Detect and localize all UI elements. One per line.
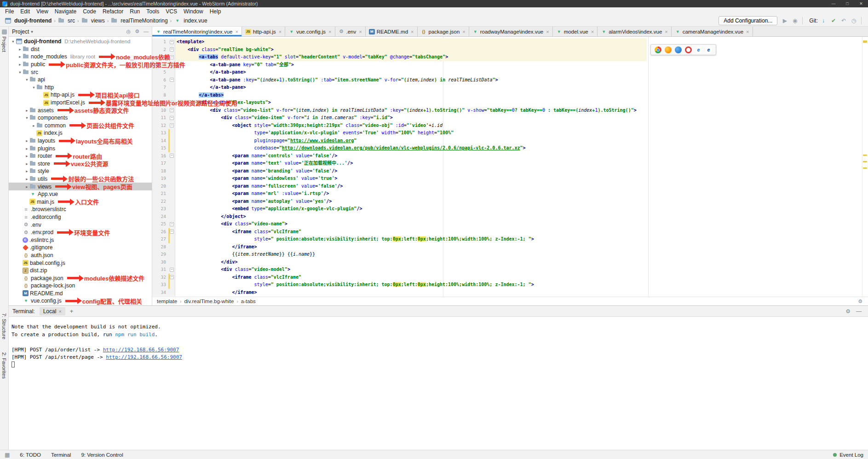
chevron-down-icon[interactable]: ▾ (17, 70, 23, 75)
terminal-tab-local[interactable]: Local × (40, 307, 65, 316)
tree-item-main-js[interactable]: JSmain.js入口文件 (9, 198, 152, 206)
breadcrumb-realtimemonitoring[interactable]: realTimeMonitoring (111, 17, 167, 24)
tree-item-utils[interactable]: ▸utils封装的一些公共函数方法 (9, 175, 152, 183)
editor-scrollbar[interactable] (862, 37, 868, 297)
tree-item-dist[interactable]: ▸dist (9, 46, 152, 53)
editor-tab-env[interactable]: ⚙.env× (335, 27, 366, 36)
chevron-right-icon[interactable]: ▸ (24, 161, 29, 166)
tree-item-common[interactable]: ▸common页面公共组件文件 (9, 122, 152, 130)
tree-item-gitignore[interactable]: .gitignore (9, 244, 152, 252)
tree-item-api[interactable]: ▾api (9, 76, 152, 84)
edge-browser-icon[interactable]: e (705, 46, 712, 53)
chevron-right-icon[interactable]: ▸ (17, 54, 23, 59)
chevron-down-icon[interactable]: ▾ (31, 85, 36, 90)
breadcrumb-src[interactable]: src (58, 17, 75, 24)
tree-item-components[interactable]: ▾components (9, 114, 152, 122)
close-icon[interactable]: × (591, 29, 594, 34)
chevron-down-icon[interactable]: ▾ (24, 77, 29, 82)
safari-browser-icon[interactable] (675, 46, 682, 53)
status-bar-terminal[interactable]: Terminal (51, 452, 71, 458)
menu-item-refactor[interactable]: Refactor (99, 8, 126, 15)
hide-panel-icon[interactable]: — (144, 29, 149, 34)
editor-tab-alarmvideos-index-vue[interactable]: ▼alarmVideos\index.vue× (598, 27, 672, 36)
chrome-browser-icon[interactable] (655, 46, 661, 53)
editor-tab-http-api-js[interactable]: JShttp-api.js× (242, 27, 285, 36)
chevron-right-icon[interactable]: ▸ (24, 154, 29, 158)
tree-item-editorconfig[interactable]: ≡.editorconfig (9, 213, 152, 221)
editor-breadcrumb-a-tabs[interactable]: a-tabs (241, 298, 256, 304)
locate-file-icon[interactable]: ◎ (126, 29, 131, 34)
close-icon[interactable]: × (665, 29, 667, 34)
editor-tab-vue-config-js[interactable]: ▼vue.config.js× (285, 27, 335, 36)
tree-item-env[interactable]: ⚙.env (9, 221, 152, 229)
tree-item-assets[interactable]: ▸assetsassets静态资源文件 (9, 106, 152, 114)
menu-item-code[interactable]: Code (80, 8, 99, 15)
tree-item-vue-config-js[interactable]: ▼vue.config.jsconfig配置、代理相关 (9, 297, 152, 305)
code-editor[interactable]: 1−<template>2− <div class="realTime bg-w… (152, 37, 868, 297)
fold-icon[interactable]: − (170, 230, 174, 234)
tree-item-views[interactable]: ▸viewsview视图、pages页面 (9, 183, 152, 190)
tree-item-http[interactable]: ▾http (9, 84, 152, 92)
terminal-settings-icon[interactable]: ⚙ (845, 308, 851, 315)
fold-icon[interactable]: − (170, 222, 174, 226)
status-bar-6-todo[interactable]: 6: TODO (20, 452, 41, 458)
tree-item-package-lock-json[interactable]: {}package-lock.json (9, 282, 152, 290)
tree-item-src[interactable]: ▾src (9, 68, 152, 76)
fold-icon[interactable]: − (170, 63, 174, 67)
tree-item-auth-json[interactable]: {}auth.json (9, 252, 152, 259)
tree-item-babel-config-js[interactable]: JSbabel.config.js (9, 259, 152, 267)
tree-item-plugins[interactable]: ▸plugins (9, 144, 152, 152)
stripe-button-7-structure[interactable]: 7: Structure (1, 313, 7, 339)
chevron-right-icon[interactable]: ▸ (24, 169, 29, 173)
tree-item-index-js[interactable]: JSindex.js (9, 129, 152, 137)
editor-tab-cameramanage-index-vue[interactable]: ▼cameraManage\index.vue× (672, 27, 753, 36)
fold-icon[interactable]: − (170, 116, 174, 120)
editor-breadcrumb-template[interactable]: template (157, 298, 177, 304)
editor-tab-package-json[interactable]: {}package.json× (418, 27, 469, 36)
hide-terminal-icon[interactable]: — (856, 308, 862, 315)
editor-tab-readme-md[interactable]: MREADME.md× (366, 27, 418, 36)
debug-icon[interactable]: ◉ (790, 17, 799, 24)
history-icon[interactable]: ◷ (849, 17, 858, 24)
tree-item-env-prod[interactable]: ⚙.env.prod环境变量文件 (9, 229, 152, 236)
fold-icon[interactable]: − (170, 123, 174, 127)
tree-item-style[interactable]: ▸style (9, 167, 152, 175)
tree-item-package-json[interactable]: {}package.jsonmodules依赖描述文件 (9, 274, 152, 282)
tree-item-importexcel-js[interactable]: JSimportExcel.js暴露环境变量地址给图片or视频资源路径全局使用 (9, 99, 152, 107)
close-button[interactable]: ✕ (854, 0, 868, 7)
chevron-down-icon[interactable]: ▾ (11, 39, 16, 44)
ie-browser-icon[interactable]: e (695, 46, 702, 53)
editor-breadcrumb-div-realtime-bg-white[interactable]: div.realTime.bg-white (184, 298, 234, 304)
tree-item-readme-md[interactable]: MREADME.md (9, 290, 152, 298)
chevron-right-icon[interactable]: ▸ (31, 123, 36, 128)
menu-item-run[interactable]: Run (126, 8, 143, 15)
editor-tab-model-vue[interactable]: ▼model.vue× (553, 27, 598, 36)
tree-item-dist-zip[interactable]: Zdist.zip (9, 267, 152, 275)
tree-item-eslintrc-js[interactable]: E.eslintrc.js (9, 236, 152, 244)
breadcrumb-duoji-frontend[interactable]: duoji-frontend (5, 17, 52, 24)
stripe-project-button[interactable]: Project (1, 29, 7, 52)
tree-item-layouts[interactable]: ▸layoutslayouts全局布局相关 (9, 137, 152, 145)
tree-item-store[interactable]: ▸storevuex公共资源 (9, 160, 152, 168)
close-icon[interactable]: × (279, 29, 282, 34)
tree-item-node-modules[interactable]: ▸node_moduleslibrary rootnode_modules依赖 (9, 53, 152, 61)
update-project-icon[interactable]: ↓ (819, 17, 828, 24)
fold-icon[interactable]: − (170, 108, 174, 112)
stripe-button-2-favorites[interactable]: 2: Favorites (1, 352, 7, 379)
close-icon[interactable]: × (58, 309, 61, 314)
chevron-right-icon[interactable]: ▸ (24, 108, 29, 113)
run-icon[interactable]: ▶ (780, 17, 789, 24)
maximize-button[interactable]: □ (840, 0, 854, 7)
chevron-right-icon[interactable]: ▸ (17, 47, 23, 52)
chevron-down-icon[interactable]: ▾ (24, 115, 29, 120)
menu-item-window[interactable]: Window (180, 8, 207, 15)
close-icon[interactable]: × (462, 29, 465, 34)
menu-item-help[interactable]: Help (207, 8, 224, 15)
editor-tab-roadwaymanage-index-vue[interactable]: ▼roadwayManage\index.vue× (469, 27, 553, 36)
menu-item-file[interactable]: File (2, 8, 17, 15)
tree-item-app-vue[interactable]: ▼App.vue (9, 190, 152, 198)
breadcrumb-settings-icon[interactable]: ⚙ (858, 298, 862, 304)
fold-icon[interactable]: − (170, 268, 174, 272)
settings-icon[interactable]: ⚙ (135, 29, 139, 34)
minimize-button[interactable]: — (827, 0, 840, 7)
